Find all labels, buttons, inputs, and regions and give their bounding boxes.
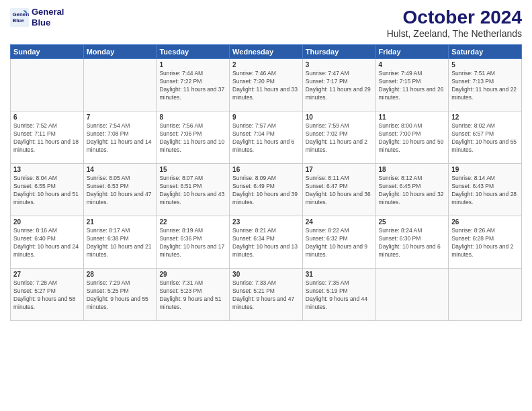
calendar-cell: [83, 59, 157, 111]
logo-line2: Blue: [32, 17, 64, 28]
col-saturday: Saturday: [449, 45, 522, 59]
col-monday: Monday: [83, 45, 157, 59]
title-block: October 2024 Hulst, Zeeland, The Netherl…: [387, 7, 522, 39]
svg-text:Blue: Blue: [13, 17, 25, 24]
logo-icon: General Blue: [10, 8, 29, 27]
calendar-cell: 18Sunrise: 8:12 AMSunset: 6:45 PMDayligh…: [375, 164, 449, 216]
location: Hulst, Zeeland, The Netherlands: [387, 28, 522, 39]
calendar-cell: 1Sunrise: 7:44 AMSunset: 7:22 PMDaylight…: [157, 59, 230, 111]
calendar-cell: 26Sunrise: 8:26 AMSunset: 6:28 PMDayligh…: [449, 216, 522, 269]
calendar-cell: 6Sunrise: 7:52 AMSunset: 7:11 PMDaylight…: [11, 111, 84, 164]
calendar-cell: 14Sunrise: 8:05 AMSunset: 6:53 PMDayligh…: [83, 164, 157, 216]
calendar-cell: 22Sunrise: 8:19 AMSunset: 6:36 PMDayligh…: [157, 216, 230, 269]
calendar-cell: [449, 269, 522, 321]
calendar-cell: 8Sunrise: 7:56 AMSunset: 7:06 PMDaylight…: [157, 111, 230, 164]
calendar-cell: 30Sunrise: 7:33 AMSunset: 5:21 PMDayligh…: [230, 269, 303, 321]
header: General Blue General Blue October 2024 H…: [10, 7, 522, 39]
calendar-cell: 17Sunrise: 8:11 AMSunset: 6:47 PMDayligh…: [302, 164, 375, 216]
calendar-cell: 23Sunrise: 8:21 AMSunset: 6:34 PMDayligh…: [230, 216, 303, 269]
calendar-cell: 4Sunrise: 7:49 AMSunset: 7:15 PMDaylight…: [375, 59, 449, 111]
calendar-cell: 28Sunrise: 7:29 AMSunset: 5:25 PMDayligh…: [83, 269, 157, 321]
calendar-page: General Blue General Blue October 2024 H…: [0, 0, 532, 411]
col-thursday: Thursday: [302, 45, 375, 59]
calendar-week-1: 1Sunrise: 7:44 AMSunset: 7:22 PMDaylight…: [11, 59, 522, 111]
calendar-cell: 11Sunrise: 8:00 AMSunset: 7:00 PMDayligh…: [375, 111, 449, 164]
calendar-cell: 12Sunrise: 8:02 AMSunset: 6:57 PMDayligh…: [449, 111, 522, 164]
calendar-week-2: 6Sunrise: 7:52 AMSunset: 7:11 PMDaylight…: [11, 111, 522, 164]
col-sunday: Sunday: [11, 45, 84, 59]
logo-line1: General: [32, 7, 64, 17]
calendar-cell: 5Sunrise: 7:51 AMSunset: 7:13 PMDaylight…: [449, 59, 522, 111]
calendar-cell: 25Sunrise: 8:24 AMSunset: 6:30 PMDayligh…: [375, 216, 449, 269]
calendar-cell: 7Sunrise: 7:54 AMSunset: 7:08 PMDaylight…: [83, 111, 157, 164]
calendar-cell: [11, 59, 84, 111]
calendar-cell: 20Sunrise: 8:16 AMSunset: 6:40 PMDayligh…: [11, 216, 84, 269]
calendar-table: Sunday Monday Tuesday Wednesday Thursday…: [10, 44, 522, 321]
month-title: October 2024: [387, 7, 522, 28]
col-wednesday: Wednesday: [230, 45, 303, 59]
calendar-week-4: 20Sunrise: 8:16 AMSunset: 6:40 PMDayligh…: [11, 216, 522, 269]
calendar-cell: [375, 269, 449, 321]
calendar-cell: 31Sunrise: 7:35 AMSunset: 5:19 PMDayligh…: [302, 269, 375, 321]
col-friday: Friday: [375, 45, 449, 59]
calendar-cell: 10Sunrise: 7:59 AMSunset: 7:02 PMDayligh…: [302, 111, 375, 164]
calendar-cell: 3Sunrise: 7:47 AMSunset: 7:17 PMDaylight…: [302, 59, 375, 111]
calendar-cell: 19Sunrise: 8:14 AMSunset: 6:43 PMDayligh…: [449, 164, 522, 216]
calendar-week-5: 27Sunrise: 7:28 AMSunset: 5:27 PMDayligh…: [11, 269, 522, 321]
calendar-cell: 2Sunrise: 7:46 AMSunset: 7:20 PMDaylight…: [230, 59, 303, 111]
calendar-cell: 16Sunrise: 8:09 AMSunset: 6:49 PMDayligh…: [230, 164, 303, 216]
col-tuesday: Tuesday: [157, 45, 230, 59]
header-row: Sunday Monday Tuesday Wednesday Thursday…: [11, 45, 522, 59]
calendar-cell: 27Sunrise: 7:28 AMSunset: 5:27 PMDayligh…: [11, 269, 84, 321]
logo: General Blue General Blue: [10, 7, 64, 28]
calendar-cell: 21Sunrise: 8:17 AMSunset: 6:38 PMDayligh…: [83, 216, 157, 269]
calendar-cell: 29Sunrise: 7:31 AMSunset: 5:23 PMDayligh…: [157, 269, 230, 321]
calendar-week-3: 13Sunrise: 8:04 AMSunset: 6:55 PMDayligh…: [11, 164, 522, 216]
calendar-cell: 24Sunrise: 8:22 AMSunset: 6:32 PMDayligh…: [302, 216, 375, 269]
calendar-cell: 9Sunrise: 7:57 AMSunset: 7:04 PMDaylight…: [230, 111, 303, 164]
calendar-cell: 15Sunrise: 8:07 AMSunset: 6:51 PMDayligh…: [157, 164, 230, 216]
calendar-cell: 13Sunrise: 8:04 AMSunset: 6:55 PMDayligh…: [11, 164, 84, 216]
